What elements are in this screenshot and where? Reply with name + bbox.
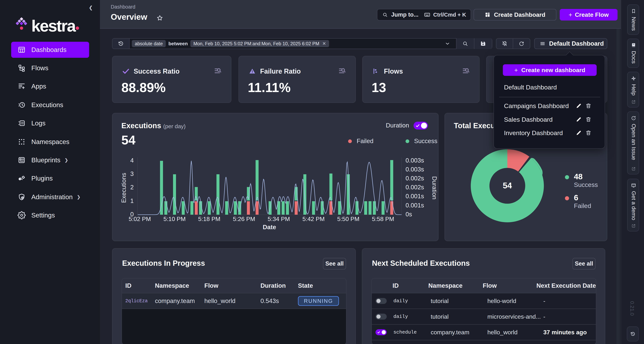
svg-text:5:10 PM: 5:10 PM [163, 216, 186, 222]
svg-text:5:42 PM: 5:42 PM [302, 216, 324, 222]
svg-text:0.002s: 0.002s [406, 184, 424, 191]
svg-text:0.003s: 0.003s [406, 157, 424, 164]
svg-text:Executions: Executions [120, 173, 127, 203]
svg-text:5:18 PM: 5:18 PM [198, 216, 220, 222]
svg-text:54: 54 [503, 181, 512, 190]
svg-text:0.003s: 0.003s [406, 166, 424, 173]
svg-text:0.002s: 0.002s [406, 175, 424, 182]
svg-text:0s: 0s [406, 211, 412, 218]
svg-text:0.001s: 0.001s [406, 193, 424, 200]
svg-text:5:26 PM: 5:26 PM [233, 216, 255, 222]
svg-text:Duration: Duration [431, 176, 438, 200]
svg-text:1: 1 [130, 197, 134, 204]
svg-text:0.001s: 0.001s [406, 202, 424, 209]
svg-text:3: 3 [130, 170, 134, 177]
svg-text:Date: Date [263, 224, 276, 231]
svg-text:5:02 PM: 5:02 PM [129, 216, 151, 222]
svg-text:5:58 PM: 5:58 PM [372, 216, 394, 222]
svg-text:5:34 PM: 5:34 PM [268, 216, 290, 222]
svg-text:2: 2 [130, 184, 134, 191]
svg-text:4: 4 [130, 157, 134, 164]
svg-text:5:50 PM: 5:50 PM [337, 216, 359, 222]
